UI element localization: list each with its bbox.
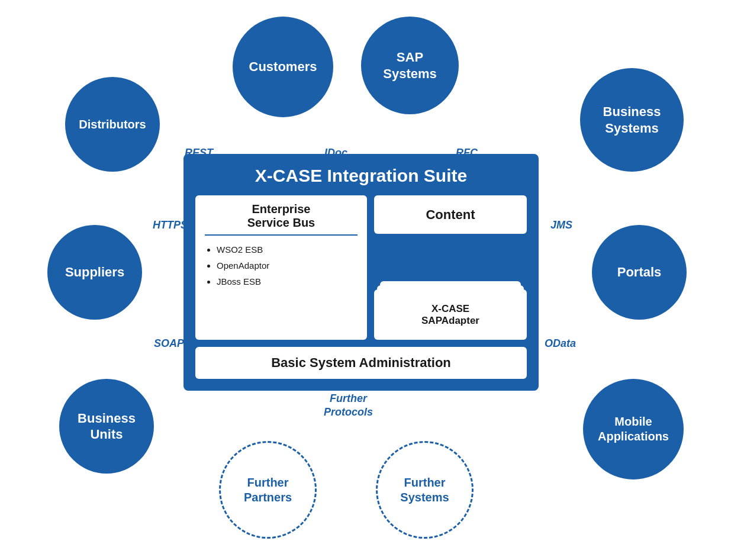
business-units-circle: BusinessUnits <box>59 379 154 474</box>
sap-systems-circle: SAPSystems <box>361 17 459 114</box>
esb-item-jboss: JBoss ESB <box>217 273 358 289</box>
https-label: HTTPS <box>153 219 188 231</box>
mobile-applications-circle: MobileApplications <box>583 379 684 479</box>
further-partners-circle: FurtherPartners <box>219 441 317 539</box>
inner-panels: EnterpriseService Bus WSO2 ESB OpenAdapt… <box>195 195 527 340</box>
basic-admin-panel: Basic System Administration <box>195 347 527 379</box>
sap-adapter-card: X-CASESAPAdapter <box>374 289 527 340</box>
odata-label: OData <box>545 337 576 350</box>
jms-label: JMS <box>550 219 572 231</box>
suppliers-circle: Suppliers <box>47 225 142 320</box>
content-panel: Content <box>374 195 527 234</box>
customers-circle: Customers <box>233 17 333 117</box>
esb-item-wso2: WSO2 ESB <box>217 242 358 258</box>
integration-title: X-CASE Integration Suite <box>195 166 527 186</box>
portals-circle: Portals <box>592 225 687 320</box>
distributors-circle: Distributors <box>65 77 160 172</box>
esb-title: EnterpriseService Bus <box>205 202 358 236</box>
diagram-container: Customers SAPSystems Distributors Busine… <box>0 0 731 560</box>
soap-label: SOAP <box>154 337 184 350</box>
integration-suite-box: X-CASE Integration Suite EnterpriseServi… <box>183 154 539 391</box>
esb-list: WSO2 ESB OpenAdaptor JBoss ESB <box>205 242 358 289</box>
esb-panel: EnterpriseService Bus WSO2 ESB OpenAdapt… <box>195 195 367 340</box>
sap-adapter-stack: X-CASESAPAdapter <box>374 275 527 340</box>
right-panel-stack: Content X-CASESAPAdapter <box>374 195 527 340</box>
further-protocols-label: FurtherProtocols <box>324 392 373 420</box>
further-systems-circle: FurtherSystems <box>376 441 474 539</box>
esb-item-openadaptor: OpenAdaptor <box>217 258 358 273</box>
business-systems-circle: BusinessSystems <box>580 68 684 172</box>
